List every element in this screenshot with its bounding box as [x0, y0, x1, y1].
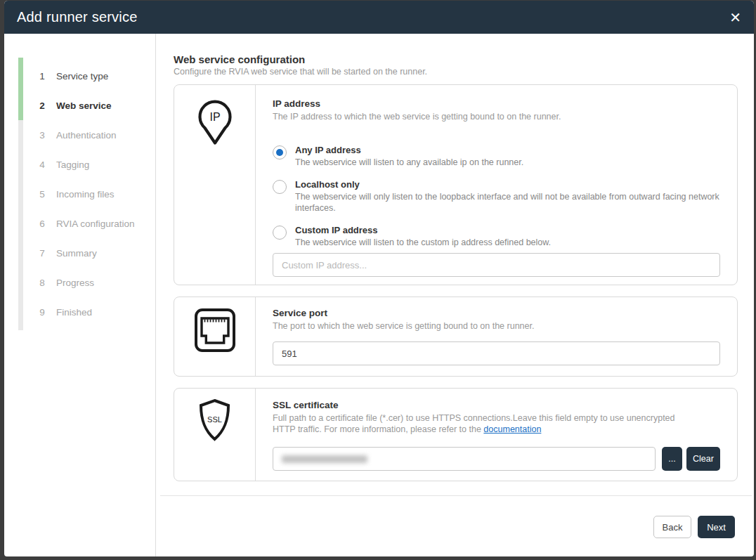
radio-description: The webservice will listen to the custom… — [295, 237, 551, 248]
ip-icon-column: IP — [174, 85, 256, 285]
sidebar-step-tagging[interactable]: 4Tagging — [4, 150, 155, 179]
step-label: Authentication — [56, 130, 117, 141]
step-number: 7 — [34, 248, 51, 259]
step-label: Service type — [56, 71, 108, 82]
ssl-certificate-input[interactable] — [273, 447, 656, 471]
sidebar-step-finished[interactable]: 9Finished — [4, 297, 155, 327]
ip-card-description: The IP address to which the web service … — [273, 111, 720, 122]
port-card-title: Service port — [273, 308, 720, 318]
service-port-card: Service port The port to which the web s… — [174, 297, 738, 377]
browse-button[interactable]: ... — [662, 447, 682, 471]
radio-label: Custom IP address — [295, 225, 551, 235]
radio-button[interactable] — [273, 226, 287, 240]
page-title: Web service configuration — [174, 53, 738, 65]
sidebar-step-progress[interactable]: 8Progress — [4, 268, 155, 297]
back-button[interactable]: Back — [653, 516, 691, 538]
dialog-header: Add runner service ✕ — [4, 1, 754, 34]
port-card-description: The port to which the web service is get… — [273, 320, 720, 332]
ip-address-card: IP IP address The IP address to which th… — [174, 84, 738, 285]
step-number: 1 — [34, 71, 51, 82]
step-label: Incoming files — [56, 189, 115, 200]
radio-button[interactable] — [273, 145, 287, 159]
port-icon-column — [174, 297, 256, 376]
close-icon[interactable]: ✕ — [729, 11, 741, 25]
svg-text:SSL: SSL — [207, 415, 222, 424]
ssl-card-description: Full path to a certificate file (*.cer) … — [273, 412, 687, 436]
ssl-card-title: SSL certificate — [273, 400, 720, 410]
add-runner-service-dialog: Add runner service ✕ 1Service type2Web s… — [4, 1, 754, 556]
step-label: Tagging — [56, 159, 89, 170]
documentation-link[interactable]: documentation — [483, 424, 541, 434]
sidebar-step-incoming-files[interactable]: 5Incoming files — [4, 179, 155, 209]
main-panel: Web service configuration Configure the … — [156, 34, 754, 556]
step-number: 9 — [34, 307, 51, 318]
step-label: Progress — [56, 278, 94, 288]
step-number: 5 — [34, 189, 51, 200]
step-number: 8 — [34, 278, 51, 288]
step-label: Summary — [56, 248, 97, 259]
dialog-footer: Back Next — [160, 495, 752, 553]
radio-label: Localhost only — [295, 179, 720, 190]
radio-description: The webservice will listen to any availa… — [295, 157, 523, 168]
step-number: 6 — [34, 219, 51, 229]
radio-option-localhost-only[interactable]: Localhost onlyThe webservice will only l… — [273, 179, 720, 214]
dialog-title: Add runner service — [17, 9, 137, 25]
svg-text:IP: IP — [209, 111, 220, 123]
sidebar-step-summary[interactable]: 7Summary — [4, 238, 155, 268]
custom-ip-input[interactable] — [273, 253, 720, 277]
wizard-steps-sidebar: 1Service type2Web service3Authentication… — [4, 34, 156, 556]
step-label: Web service — [56, 100, 112, 111]
clear-button[interactable]: Clear — [686, 447, 720, 471]
ssl-certificate-value-redacted — [282, 455, 367, 463]
sidebar-step-service-type[interactable]: 1Service type — [4, 61, 155, 91]
radio-label: Any IP address — [295, 145, 523, 155]
sidebar-step-web-service[interactable]: 2Web service — [4, 91, 155, 120]
step-number: 3 — [34, 130, 51, 141]
service-port-input[interactable] — [273, 341, 720, 365]
radio-description: The webservice will only listen to the l… — [295, 191, 720, 214]
next-button[interactable]: Next — [698, 516, 735, 538]
sidebar-step-authentication[interactable]: 3Authentication — [4, 120, 155, 150]
ssl-shield-icon: SSL — [197, 398, 232, 441]
sidebar-step-rvia-configuration[interactable]: 6RVIA configuration — [4, 209, 155, 238]
radio-option-any-ip-address[interactable]: Any IP addressThe webservice will listen… — [273, 145, 720, 168]
ip-card-title: IP address — [273, 98, 720, 109]
ip-pin-icon: IP — [197, 100, 233, 145]
step-label: RVIA configuration — [56, 219, 135, 229]
page-subtitle: Configure the RVIA web service that will… — [174, 67, 738, 77]
step-label: Finished — [56, 307, 92, 318]
ethernet-port-icon — [195, 308, 235, 352]
radio-button[interactable] — [273, 180, 287, 194]
ssl-icon-column: SSL — [174, 389, 256, 481]
step-number: 4 — [34, 159, 51, 170]
radio-option-custom-ip-address[interactable]: Custom IP addressThe webservice will lis… — [273, 225, 720, 248]
step-number: 2 — [34, 100, 51, 111]
ssl-certificate-card: SSL SSL certificate Full path to a certi… — [174, 388, 738, 481]
